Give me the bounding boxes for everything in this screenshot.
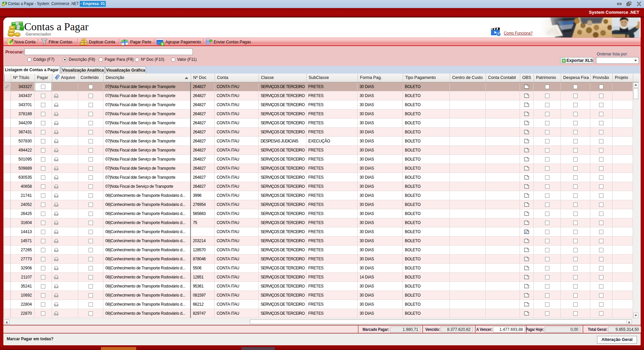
svg-text:?: ? [498,33,500,36]
svg-text:A: A [525,230,527,234]
